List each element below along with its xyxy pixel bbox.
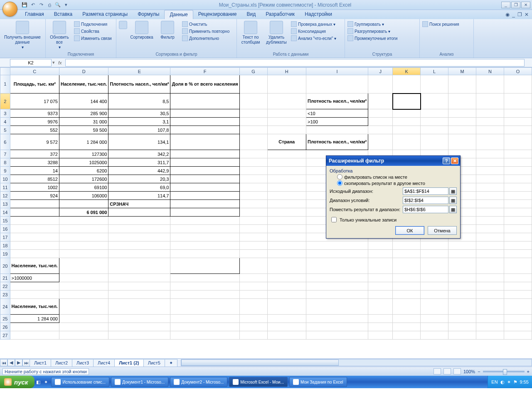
cell[interactable] xyxy=(504,250,532,258)
cell[interactable] xyxy=(170,109,239,118)
subtotal-button[interactable]: Промежуточные итоги xyxy=(347,35,418,42)
cell[interactable] xyxy=(476,94,504,109)
cell[interactable] xyxy=(267,250,306,258)
cell[interactable] xyxy=(504,233,532,241)
tray-icon-3[interactable]: ⚑ xyxy=(513,379,517,385)
cell[interactable] xyxy=(108,274,170,282)
cell[interactable] xyxy=(421,118,448,126)
cell[interactable] xyxy=(267,167,306,175)
cell[interactable] xyxy=(504,118,532,126)
cell[interactable] xyxy=(368,323,393,331)
row-header[interactable]: 8 xyxy=(0,158,10,167)
cell[interactable] xyxy=(267,192,306,200)
cell[interactable] xyxy=(448,299,476,315)
cell[interactable] xyxy=(267,75,306,94)
copy-to-picker-icon[interactable]: ▦ xyxy=(449,206,457,213)
cell[interactable] xyxy=(108,323,170,331)
cell[interactable] xyxy=(368,126,393,134)
cell[interactable] xyxy=(448,75,476,94)
taskbar-item[interactable]: Microsoft Excel - Мои... xyxy=(229,377,288,387)
sheet-nav-next-icon[interactable]: ▶ xyxy=(15,359,22,366)
cell[interactable] xyxy=(108,250,170,258)
cell[interactable]: 30,5 xyxy=(108,109,170,118)
cell[interactable] xyxy=(10,291,59,299)
redo-icon[interactable]: ↷ xyxy=(37,1,45,9)
doc-minimize-icon[interactable]: _ xyxy=(512,12,515,17)
cell[interactable] xyxy=(239,274,267,282)
cell[interactable]: Плотность насел., чел/км² xyxy=(306,94,368,109)
cell[interactable]: <10 xyxy=(306,109,368,118)
cell[interactable] xyxy=(239,118,267,126)
cell[interactable] xyxy=(170,134,239,150)
restore-icon[interactable]: ❐ xyxy=(511,2,520,8)
cell[interactable] xyxy=(306,282,368,291)
cell[interactable] xyxy=(267,241,306,250)
cell[interactable] xyxy=(393,258,421,274)
cell[interactable] xyxy=(421,315,448,323)
cell[interactable] xyxy=(10,241,59,250)
cell[interactable] xyxy=(476,282,504,291)
cell[interactable]: 114,7 xyxy=(108,192,170,200)
cell[interactable] xyxy=(170,258,239,274)
cell[interactable] xyxy=(476,233,504,241)
cell[interactable] xyxy=(10,250,59,258)
dialog-close-icon[interactable]: ✕ xyxy=(451,158,458,164)
row-header[interactable]: 10 xyxy=(0,175,10,183)
cell[interactable] xyxy=(393,282,421,291)
cell[interactable] xyxy=(59,258,108,274)
source-range-input[interactable]: $A$1:$F$14 xyxy=(403,187,448,195)
cell[interactable] xyxy=(108,331,170,340)
minimize-icon[interactable]: _ xyxy=(501,2,510,8)
col-header-F[interactable]: F xyxy=(170,68,239,75)
cell[interactable] xyxy=(393,241,421,250)
cell[interactable] xyxy=(368,94,393,109)
cell[interactable] xyxy=(59,315,108,323)
cell[interactable]: Плотность насел., чел/км² xyxy=(108,75,170,94)
cell[interactable] xyxy=(476,217,504,225)
cell[interactable]: 1 284 000 xyxy=(10,315,59,323)
doc-restore-icon[interactable]: ❐ xyxy=(517,12,522,17)
cell[interactable] xyxy=(448,118,476,126)
cell[interactable] xyxy=(59,225,108,233)
copy-to-radio[interactable]: скопировать результат в другое место xyxy=(337,180,457,186)
cell[interactable] xyxy=(239,225,267,233)
cell[interactable] xyxy=(10,225,59,233)
row-header[interactable]: 21 xyxy=(0,274,10,282)
cell[interactable] xyxy=(239,331,267,340)
cell[interactable] xyxy=(170,150,239,158)
cell[interactable] xyxy=(239,75,267,94)
cell[interactable] xyxy=(239,258,267,274)
row-header[interactable]: 24 xyxy=(0,299,10,315)
cell[interactable] xyxy=(170,183,239,192)
cell[interactable] xyxy=(421,299,448,315)
cell[interactable] xyxy=(476,200,504,208)
tab-data[interactable]: Данные xyxy=(164,10,193,19)
cell[interactable] xyxy=(170,274,239,282)
cell[interactable] xyxy=(306,258,368,274)
col-header-J[interactable]: J xyxy=(368,68,393,75)
row-header[interactable]: 20 xyxy=(0,258,10,274)
col-header-O[interactable]: O xyxy=(504,68,532,75)
active-cell[interactable] xyxy=(393,94,421,109)
row-header[interactable]: 9 xyxy=(0,167,10,175)
cell[interactable] xyxy=(267,183,306,192)
sort-asc-button[interactable] xyxy=(118,20,128,30)
sheet-tab[interactable]: Лист4 xyxy=(93,359,115,367)
cell[interactable]: Население, тыс.чел. xyxy=(10,258,59,274)
tab-addins[interactable]: Надстройки xyxy=(300,10,337,19)
consolidate-button[interactable]: Консолидация xyxy=(290,28,337,34)
cell[interactable] xyxy=(108,258,170,274)
doc-close-icon[interactable]: ✕ xyxy=(525,12,529,17)
horizontal-scrollbar[interactable] xyxy=(181,359,532,366)
cell[interactable] xyxy=(170,126,239,134)
row-header[interactable]: 12 xyxy=(0,192,10,200)
cell[interactable] xyxy=(504,175,532,183)
sort-button[interactable]: Сортировка xyxy=(130,20,154,40)
sheet-tab[interactable]: Лист3 xyxy=(72,359,94,367)
preview-icon[interactable]: 🔍 xyxy=(54,1,62,9)
cell[interactable]: Доля в % от всего населения xyxy=(170,75,239,94)
row-header[interactable]: 11 xyxy=(0,183,10,192)
cell[interactable]: 59 500 xyxy=(59,126,108,134)
cell[interactable] xyxy=(306,291,368,299)
tab-developer[interactable]: Разработчик xyxy=(261,10,300,19)
